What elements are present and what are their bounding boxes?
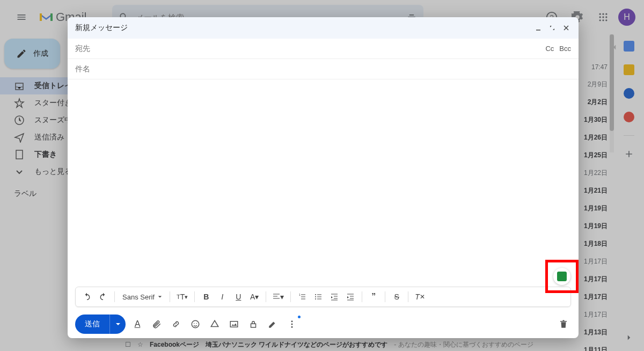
emoji-icon	[191, 319, 200, 329]
compose-header[interactable]: 新規メッセージ	[68, 17, 579, 39]
undo-icon	[83, 292, 91, 301]
quote-button[interactable]: ”	[367, 290, 380, 304]
strikethrough-button[interactable]: S	[390, 290, 404, 304]
svg-rect-21	[230, 321, 238, 327]
svg-point-15	[315, 294, 316, 295]
clear-format-button[interactable]: T✕	[413, 290, 427, 304]
compose-dialog: 新規メッセージ 宛先 Cc Bcc 件名 Sans Serif TT▾ B I …	[68, 17, 579, 338]
underline-button[interactable]: U	[231, 290, 245, 304]
font-select[interactable]: Sans Serif	[119, 290, 165, 304]
send-button-group: 送信	[75, 315, 126, 334]
trash-icon	[559, 319, 568, 329]
indent-more-button[interactable]	[343, 290, 357, 304]
compose-body[interactable]	[68, 79, 579, 287]
format-toolbar: Sans Serif TT▾ B I U A▾ ▾ 1 ” S T✕	[75, 287, 571, 307]
chevron-down-icon	[158, 295, 162, 299]
attach-button[interactable]	[149, 317, 164, 332]
undo-button[interactable]	[80, 290, 94, 304]
emoji-button[interactable]	[188, 317, 203, 332]
svg-point-18	[192, 320, 199, 328]
ol-icon: 1	[298, 293, 306, 301]
svg-point-23	[291, 320, 293, 322]
to-row[interactable]: 宛先 Cc Bcc	[68, 39, 579, 59]
pen-icon	[268, 319, 277, 329]
svg-rect-22	[251, 324, 256, 327]
svg-point-24	[291, 324, 293, 325]
close-icon	[563, 25, 569, 31]
redo-icon	[99, 292, 107, 301]
send-options-button[interactable]	[109, 315, 126, 334]
confidential-button[interactable]	[246, 317, 261, 332]
minimize-button[interactable]	[533, 23, 543, 33]
redo-button[interactable]	[96, 290, 110, 304]
indent-less-button[interactable]	[327, 290, 341, 304]
send-button[interactable]: 送信	[75, 315, 109, 334]
fullscreen-button[interactable]	[547, 23, 557, 33]
image-button[interactable]	[226, 317, 241, 332]
more-vert-icon	[287, 319, 297, 329]
chevron-down-icon	[115, 321, 121, 327]
svg-point-19	[194, 323, 195, 324]
svg-point-25	[291, 326, 293, 328]
indent-icon	[347, 293, 354, 301]
expand-icon	[549, 25, 555, 31]
svg-text:1: 1	[299, 293, 301, 296]
ul-icon	[314, 293, 322, 301]
discard-button[interactable]	[556, 317, 571, 332]
subject-row[interactable]: 件名	[68, 59, 579, 79]
close-button[interactable]	[561, 23, 571, 33]
svg-point-20	[196, 323, 197, 324]
robot-icon	[557, 272, 567, 281]
outdent-icon	[331, 293, 338, 301]
subject-label: 件名	[75, 64, 90, 74]
svg-point-16	[315, 296, 316, 297]
drive-button[interactable]	[207, 317, 222, 332]
cc-button[interactable]: Cc	[545, 45, 554, 53]
italic-button[interactable]: I	[215, 290, 229, 304]
text-color-button[interactable]: A▾	[247, 290, 261, 304]
to-label: 宛先	[75, 44, 90, 54]
bold-button[interactable]: B	[199, 290, 213, 304]
annotation-highlight	[545, 260, 579, 293]
svg-point-17	[315, 298, 316, 299]
assistant-badge[interactable]	[553, 268, 570, 285]
compose-title: 新規メッセージ	[75, 23, 128, 33]
signature-button[interactable]	[265, 317, 280, 332]
align-button[interactable]: ▾	[270, 290, 286, 304]
paperclip-icon	[152, 319, 162, 329]
align-icon	[273, 293, 280, 301]
lock-icon	[248, 319, 258, 329]
minimize-icon	[535, 25, 541, 31]
format-toggle-button[interactable]: A	[130, 317, 145, 332]
link-icon	[171, 319, 181, 329]
bcc-button[interactable]: Bcc	[559, 45, 571, 53]
compose-footer: 送信 A	[68, 310, 579, 338]
image-icon	[229, 319, 239, 329]
link-button[interactable]	[169, 317, 184, 332]
bullet-list-button[interactable]	[311, 290, 325, 304]
numbered-list-button[interactable]: 1	[295, 290, 309, 304]
font-size-button[interactable]: TT▾	[174, 290, 190, 304]
drive-icon	[210, 319, 219, 329]
more-button[interactable]	[284, 317, 299, 332]
